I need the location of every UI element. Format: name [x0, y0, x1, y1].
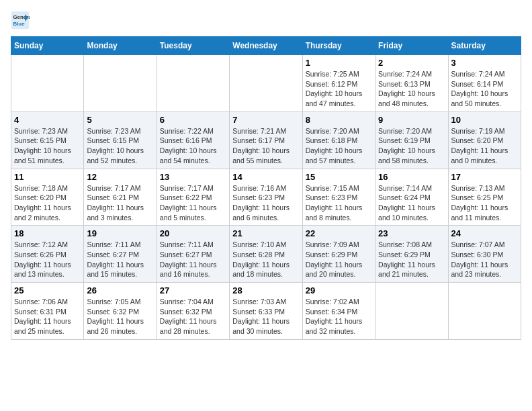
calendar-cell: 19Sunrise: 7:11 AMSunset: 6:27 PMDayligh…	[84, 226, 157, 283]
calendar-cell: 22Sunrise: 7:09 AMSunset: 6:29 PMDayligh…	[302, 226, 375, 283]
weekday-header-wednesday: Wednesday	[230, 37, 302, 55]
day-info: Sunrise: 7:20 AMSunset: 6:19 PMDaylight:…	[378, 126, 445, 166]
day-number: 16	[378, 172, 445, 182]
calendar-cell	[11, 55, 84, 112]
day-info: Sunrise: 7:22 AMSunset: 6:16 PMDaylight:…	[160, 126, 226, 166]
calendar-cell: 20Sunrise: 7:11 AMSunset: 6:27 PMDayligh…	[157, 226, 229, 283]
day-info: Sunrise: 7:17 AMSunset: 6:22 PMDaylight:…	[160, 183, 226, 223]
day-number: 1	[306, 58, 372, 68]
day-info: Sunrise: 7:11 AMSunset: 6:27 PMDaylight:…	[160, 240, 226, 279]
day-number: 8	[306, 115, 372, 125]
calendar-cell: 3Sunrise: 7:24 AMSunset: 6:14 PMDaylight…	[448, 55, 521, 112]
day-info: Sunrise: 7:13 AMSunset: 6:25 PMDaylight:…	[451, 183, 518, 223]
day-number: 5	[87, 115, 153, 125]
weekday-header-tuesday: Tuesday	[157, 37, 229, 55]
day-number: 11	[14, 172, 81, 182]
calendar-cell: 6Sunrise: 7:22 AMSunset: 6:16 PMDaylight…	[157, 111, 229, 169]
calendar-cell: 7Sunrise: 7:21 AMSunset: 6:17 PMDaylight…	[230, 111, 302, 169]
day-number: 13	[160, 172, 226, 182]
day-info: Sunrise: 7:24 AMSunset: 6:14 PMDaylight:…	[451, 69, 518, 109]
weekday-header-sunday: Sunday	[11, 37, 84, 55]
day-number: 6	[160, 115, 226, 125]
calendar-cell: 8Sunrise: 7:20 AMSunset: 6:18 PMDaylight…	[302, 111, 375, 169]
day-info: Sunrise: 7:12 AMSunset: 6:26 PMDaylight:…	[14, 240, 81, 279]
day-info: Sunrise: 7:07 AMSunset: 6:30 PMDaylight:…	[451, 240, 518, 279]
day-number: 28	[232, 285, 299, 295]
calendar-cell: 16Sunrise: 7:14 AMSunset: 6:24 PMDayligh…	[375, 169, 448, 226]
day-number: 22	[306, 228, 372, 238]
day-info: Sunrise: 7:04 AMSunset: 6:32 PMDaylight:…	[160, 297, 226, 336]
day-number: 29	[306, 285, 372, 295]
day-info: Sunrise: 7:21 AMSunset: 6:17 PMDaylight:…	[232, 126, 299, 166]
day-info: Sunrise: 7:11 AMSunset: 6:27 PMDaylight:…	[87, 240, 153, 279]
calendar-cell: 15Sunrise: 7:15 AMSunset: 6:23 PMDayligh…	[302, 169, 375, 226]
calendar-cell	[448, 283, 521, 340]
day-info: Sunrise: 7:20 AMSunset: 6:18 PMDaylight:…	[306, 126, 372, 166]
calendar-cell: 29Sunrise: 7:02 AMSunset: 6:34 PMDayligh…	[302, 283, 375, 340]
logo: General Blue	[11, 11, 32, 30]
weekday-header-saturday: Saturday	[448, 37, 521, 55]
calendar-week-4: 18Sunrise: 7:12 AMSunset: 6:26 PMDayligh…	[11, 226, 521, 283]
calendar-cell: 17Sunrise: 7:13 AMSunset: 6:25 PMDayligh…	[448, 169, 521, 226]
day-number: 15	[306, 172, 372, 182]
calendar-cell: 24Sunrise: 7:07 AMSunset: 6:30 PMDayligh…	[448, 226, 521, 283]
day-number: 18	[14, 228, 81, 238]
day-info: Sunrise: 7:09 AMSunset: 6:29 PMDaylight:…	[306, 240, 372, 279]
calendar-cell	[157, 55, 229, 112]
calendar-cell: 25Sunrise: 7:06 AMSunset: 6:31 PMDayligh…	[11, 283, 84, 340]
day-info: Sunrise: 7:25 AMSunset: 6:12 PMDaylight:…	[306, 69, 372, 109]
calendar-cell	[84, 55, 157, 112]
logo-icon: General Blue	[11, 11, 30, 30]
calendar-cell: 14Sunrise: 7:16 AMSunset: 6:23 PMDayligh…	[230, 169, 302, 226]
calendar-cell: 12Sunrise: 7:17 AMSunset: 6:21 PMDayligh…	[84, 169, 157, 226]
calendar-cell: 11Sunrise: 7:18 AMSunset: 6:20 PMDayligh…	[11, 169, 84, 226]
day-number: 9	[378, 115, 445, 125]
calendar-cell: 18Sunrise: 7:12 AMSunset: 6:26 PMDayligh…	[11, 226, 84, 283]
calendar-table: SundayMondayTuesdayWednesdayThursdayFrid…	[11, 36, 521, 340]
day-number: 14	[232, 172, 299, 182]
calendar-cell	[375, 283, 448, 340]
calendar-header: SundayMondayTuesdayWednesdayThursdayFrid…	[11, 37, 521, 55]
calendar-cell: 2Sunrise: 7:24 AMSunset: 6:13 PMDaylight…	[375, 55, 448, 112]
calendar-cell: 27Sunrise: 7:04 AMSunset: 6:32 PMDayligh…	[157, 283, 229, 340]
day-info: Sunrise: 7:23 AMSunset: 6:15 PMDaylight:…	[87, 126, 153, 166]
day-number: 4	[14, 115, 81, 125]
calendar-cell: 10Sunrise: 7:19 AMSunset: 6:20 PMDayligh…	[448, 111, 521, 169]
weekday-header-monday: Monday	[84, 37, 157, 55]
day-info: Sunrise: 7:16 AMSunset: 6:23 PMDaylight:…	[232, 183, 299, 223]
day-info: Sunrise: 7:02 AMSunset: 6:34 PMDaylight:…	[306, 297, 372, 336]
day-info: Sunrise: 7:10 AMSunset: 6:28 PMDaylight:…	[232, 240, 299, 279]
day-number: 17	[451, 172, 518, 182]
calendar-cell: 21Sunrise: 7:10 AMSunset: 6:28 PMDayligh…	[230, 226, 302, 283]
day-number: 7	[232, 115, 299, 125]
day-info: Sunrise: 7:24 AMSunset: 6:13 PMDaylight:…	[378, 69, 445, 109]
calendar-week-1: 1Sunrise: 7:25 AMSunset: 6:12 PMDaylight…	[11, 55, 521, 112]
calendar-week-3: 11Sunrise: 7:18 AMSunset: 6:20 PMDayligh…	[11, 169, 521, 226]
day-info: Sunrise: 7:05 AMSunset: 6:32 PMDaylight:…	[87, 297, 153, 336]
calendar-cell: 13Sunrise: 7:17 AMSunset: 6:22 PMDayligh…	[157, 169, 229, 226]
calendar-cell	[230, 55, 302, 112]
weekday-header-friday: Friday	[375, 37, 448, 55]
day-info: Sunrise: 7:15 AMSunset: 6:23 PMDaylight:…	[306, 183, 372, 223]
calendar-cell: 4Sunrise: 7:23 AMSunset: 6:15 PMDaylight…	[11, 111, 84, 169]
calendar-cell: 23Sunrise: 7:08 AMSunset: 6:29 PMDayligh…	[375, 226, 448, 283]
day-number: 21	[232, 228, 299, 238]
calendar-cell: 9Sunrise: 7:20 AMSunset: 6:19 PMDaylight…	[375, 111, 448, 169]
weekday-header-thursday: Thursday	[302, 37, 375, 55]
day-info: Sunrise: 7:18 AMSunset: 6:20 PMDaylight:…	[14, 183, 81, 223]
page-header: General Blue	[11, 11, 521, 30]
calendar-cell: 26Sunrise: 7:05 AMSunset: 6:32 PMDayligh…	[84, 283, 157, 340]
day-number: 3	[451, 58, 518, 68]
day-info: Sunrise: 7:23 AMSunset: 6:15 PMDaylight:…	[14, 126, 81, 166]
day-info: Sunrise: 7:17 AMSunset: 6:21 PMDaylight:…	[87, 183, 153, 223]
svg-text:Blue: Blue	[13, 21, 26, 27]
day-number: 2	[378, 58, 445, 68]
day-number: 10	[451, 115, 518, 125]
day-info: Sunrise: 7:03 AMSunset: 6:33 PMDaylight:…	[232, 297, 299, 336]
day-number: 19	[87, 228, 153, 238]
day-number: 24	[451, 228, 518, 238]
day-number: 26	[87, 285, 153, 295]
day-info: Sunrise: 7:19 AMSunset: 6:20 PMDaylight:…	[451, 126, 518, 166]
day-number: 20	[160, 228, 226, 238]
day-number: 23	[378, 228, 445, 238]
